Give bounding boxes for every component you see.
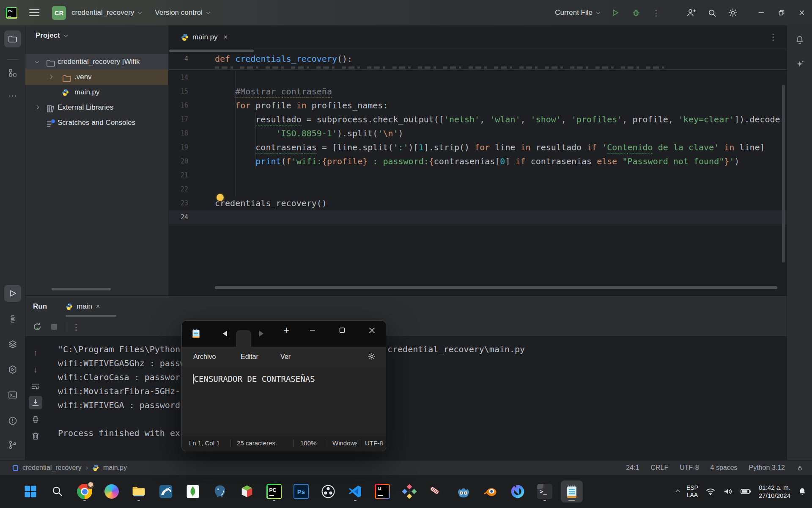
code-lines[interactable]: 1415 #Mostrar contraseña16 for profile i… (169, 71, 787, 224)
language-indicator[interactable]: ESPLAA (686, 484, 698, 499)
close-button[interactable] (792, 0, 812, 25)
git-tool-icon[interactable] (4, 436, 21, 453)
taskbar-chrome-icon[interactable] (74, 480, 96, 502)
clear-icon[interactable] (29, 429, 42, 443)
tree-item-main.py[interactable]: main.py (25, 85, 169, 100)
layers-tool-icon[interactable] (4, 336, 21, 353)
run-tool-icon[interactable] (4, 285, 21, 302)
more-options-icon[interactable]: ⋮ (70, 321, 82, 333)
more-tool-icon[interactable]: ⋯ (4, 87, 21, 104)
taskbar-blender-icon[interactable] (480, 480, 502, 502)
folder-tool-icon[interactable] (4, 30, 21, 47)
run-tab-main[interactable]: main × (66, 296, 100, 317)
notepad-settings-icon[interactable] (368, 352, 376, 361)
editor-hscrollbar[interactable] (215, 286, 777, 289)
tab-options-icon[interactable]: ⋮ (769, 32, 777, 42)
editor-vscrollbar[interactable] (782, 85, 785, 262)
chevron-right-icon[interactable] (35, 105, 39, 110)
taskbar-loop-app-icon[interactable] (507, 480, 529, 502)
taskbar-diamonds-app-icon[interactable] (398, 480, 420, 502)
code-line-16[interactable]: 16 for profile in profiles_names: (169, 99, 787, 113)
structure-tool-icon[interactable] (4, 64, 21, 81)
code-line-24[interactable]: 24 (169, 210, 787, 224)
clock[interactable]: 01:42 a. m.27/10/2024 (759, 483, 790, 500)
tray-expand-icon[interactable] (675, 489, 680, 494)
code-line-14[interactable]: 14 (169, 71, 787, 85)
notepad-minimize-button[interactable] (303, 321, 322, 340)
taskbar-katana-app-icon[interactable] (425, 480, 447, 502)
notifications-bell-icon[interactable] (791, 31, 808, 48)
taskbar-postgresql-icon[interactable] (209, 480, 231, 502)
minimize-button[interactable] (751, 0, 771, 25)
print-icon[interactable] (29, 412, 42, 426)
lock-open-icon[interactable] (796, 464, 804, 472)
tree-item-.venv[interactable]: .venv (25, 69, 169, 85)
intention-bulb-icon[interactable] (217, 194, 224, 201)
code-line-17[interactable]: 17 resultado = subprocess.check_output([… (169, 113, 787, 127)
close-tab-icon[interactable]: × (96, 303, 100, 310)
tree-item-credential-recovery-wifik[interactable]: credential_recovery [Wifik (25, 54, 169, 69)
code-line-19[interactable]: 19 contrasenias = [line.split(':')[1].st… (169, 141, 787, 155)
taskbar-godot-icon[interactable] (453, 480, 475, 502)
maximize-button[interactable] (771, 0, 792, 25)
chevron-down-icon[interactable] (35, 59, 39, 64)
menu-ver[interactable]: Ver (280, 347, 291, 367)
terminal-tool-icon[interactable] (4, 387, 21, 403)
notepad-maximize-button[interactable] (333, 321, 351, 340)
close-tab-icon[interactable]: × (224, 33, 228, 41)
code-line-23[interactable]: 23credentials_recovery() (169, 196, 787, 210)
code-line-21[interactable]: 21 (169, 168, 787, 182)
breadcrumb-project[interactable]: credential_recovery (22, 464, 82, 472)
notepad-titlebar[interactable]: + (182, 321, 386, 347)
volume-icon[interactable] (723, 486, 733, 497)
notification-bell-icon[interactable] (798, 487, 807, 496)
new-tab-icon[interactable]: + (283, 324, 289, 336)
project-hscrollbar[interactable] (52, 288, 111, 290)
taskbar-windows-terminal-icon[interactable]: >_ (534, 480, 556, 502)
code-line-15[interactable]: 15 #Mostrar contraseña (169, 85, 787, 99)
scroll-down-icon[interactable]: ↓ (29, 363, 42, 377)
search-icon[interactable] (707, 8, 717, 18)
wifi-icon[interactable] (705, 486, 716, 497)
python-tool-icon[interactable] (4, 311, 21, 328)
notepad-text-area[interactable]: CENSURADOR DE CONTRASEÑAS (182, 367, 386, 434)
settings-gear-icon[interactable] (728, 8, 738, 18)
console-output[interactable]: ↑↓ "C:\Program Files\Pythonwifi:WIFIVEGA… (25, 337, 787, 461)
code-line-22[interactable]: 22 (169, 182, 787, 196)
code-line-18[interactable]: 18 'ISO.8859-1').split('\n') (169, 127, 787, 141)
taskbar-copilot-icon[interactable] (101, 480, 123, 502)
soft-wrap-icon[interactable] (29, 380, 42, 393)
add-user-icon[interactable] (686, 8, 696, 18)
more-actions-icon[interactable]: ⋮ (652, 8, 660, 18)
tab-forward-icon[interactable] (259, 331, 263, 337)
scroll-up-icon[interactable]: ↑ (29, 346, 42, 360)
tab-main-py[interactable]: main.py × (169, 25, 237, 49)
battery-icon[interactable] (740, 486, 752, 497)
menu-archivo[interactable]: Archivo (193, 347, 216, 367)
taskbar-mongodb-icon[interactable] (182, 480, 204, 502)
menu-editar[interactable]: Editar (241, 347, 258, 367)
scroll-to-end-icon[interactable] (29, 396, 42, 409)
status-crlf[interactable]: CRLF (650, 464, 668, 472)
status-4-spaces[interactable]: 4 spaces (710, 464, 738, 472)
taskbar-cube-app-icon[interactable] (236, 480, 258, 502)
taskbar-intellij-icon[interactable]: IJ (371, 480, 393, 502)
main-menu-icon[interactable] (29, 7, 39, 18)
code-line-20[interactable]: 20 print(f'wifi:{profile} : password:{co… (169, 155, 787, 168)
notepad-close-button[interactable] (362, 321, 381, 340)
rerun-icon[interactable] (31, 321, 43, 333)
problems-tool-icon[interactable] (4, 412, 21, 429)
vcs-selector[interactable]: Version control (155, 8, 202, 17)
stop-icon[interactable] (48, 321, 60, 333)
chevron-right-icon[interactable] (49, 75, 53, 79)
breadcrumb-file[interactable]: main.py (103, 464, 127, 472)
project-panel-title[interactable]: Project (36, 31, 67, 40)
run-button[interactable] (610, 8, 620, 18)
debug-button[interactable] (631, 8, 641, 18)
tree-item-scratches-and-consoles[interactable]: Scratches and Consoles (25, 115, 169, 130)
taskbar-windows-start-icon[interactable] (19, 480, 41, 502)
taskbar-obs-studio-icon[interactable] (317, 480, 339, 502)
taskbar-photoshop-icon[interactable]: Ps (290, 480, 312, 502)
tab-back-icon[interactable] (223, 331, 227, 337)
run-config-selector[interactable]: Current File (555, 8, 593, 17)
